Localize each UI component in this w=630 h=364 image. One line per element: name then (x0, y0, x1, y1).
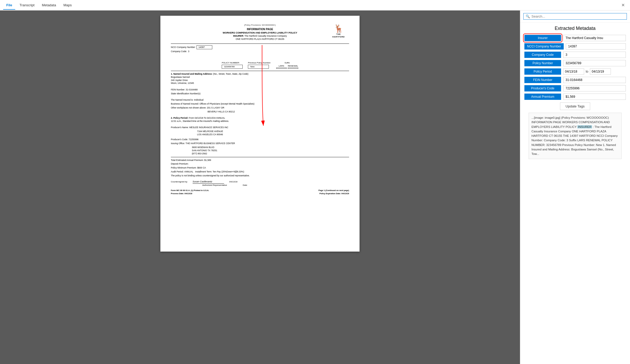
metadata-row-annual-premium: Annual Premium (524, 94, 626, 100)
fein-label: FEIN Number: (171, 88, 185, 91)
nav-file[interactable]: File (3, 1, 15, 10)
fein-value: 31-0164468 (186, 88, 198, 91)
doc-bottom-row: Form WC 00 00 01 A (1) Printed in U.S.A.… (171, 189, 349, 192)
producer-addr2: LOS ANGELES CA 90046 (197, 133, 349, 136)
company-code-button[interactable]: Company Code (524, 52, 561, 58)
named-insured-addr2: Moon, Universe, 12345 (171, 82, 349, 85)
policy-number-value: 323456789 (222, 65, 243, 69)
other-workplaces-row: Other workplaces not shown above: 201 S … (171, 106, 349, 110)
form-label: Form WC 00 00 01 A (1) Printed in U.S.A. (171, 189, 209, 192)
signature-value: Susan Castlevantz (193, 180, 224, 184)
other-workplaces-value: 201 S LASKY DR (207, 106, 224, 110)
ncci-value-box: 14397 (197, 45, 212, 50)
deposit-label: Deposit Premium: (171, 162, 189, 166)
previous-policy-label: Previous Policy Number: (248, 61, 271, 64)
divider-1 (171, 44, 349, 44)
producers-code-button[interactable]: Producer's Code (524, 85, 561, 91)
annual-premium-button[interactable]: Annual Premium (524, 94, 561, 100)
metadata-row-policy-number: Policy Number (524, 60, 626, 66)
total-premium-row: Total Estimated Annual Premium: $1,589 (171, 159, 349, 162)
insurer-header-label: INSURER: (233, 35, 244, 37)
producers-code-row: Producer's Code: 72255996 (171, 138, 349, 141)
named-insured-is-row: The Named Insured is: Individual (171, 99, 349, 102)
business-value: Offices of Physicians (except Mental Hea… (199, 102, 254, 106)
renewal-box (288, 68, 298, 69)
fein-number-button[interactable]: FEIN Number (524, 77, 561, 83)
renewal-label: RENEWAL (288, 64, 298, 67)
audit-row: Audit Period: ANNUAL Installment Term: T… (171, 170, 349, 173)
period-to-label: to (586, 70, 588, 73)
ncci-company-number-input[interactable] (566, 43, 626, 50)
document-page: 🦌 THE HARTFORD (Policy Provisions: WC000… (160, 16, 360, 252)
policy-period-from-input[interactable] (563, 68, 584, 75)
policy-num-group: POLICY NUMBER: 323456789 (222, 61, 243, 68)
annual-premium-input[interactable] (563, 94, 626, 100)
policy-number-section: POLICY NUMBER: 323456789 Previous Policy… (171, 61, 349, 68)
policy-min-value: $600 CA (197, 166, 206, 170)
fein-row: FEIN Number: 31-0164468 (171, 88, 349, 91)
other-workplaces-addr: BEVERLY HILLS CA 90212 (208, 110, 349, 113)
policy-period-from: From 04/13/18 (189, 117, 203, 119)
producer-name-label: Producer's Name: (171, 126, 189, 129)
transcript-text-after: : The Hartford Casualty Insurance Compan… (531, 125, 618, 156)
right-panel: 🔍 Extracted Metadata Insurer NCCI Compan… (520, 10, 630, 364)
search-wrapper[interactable]: 🔍 (523, 13, 627, 20)
named-insured-hint: (No., Street, Town, State, Zip Code) (213, 73, 248, 75)
audit-label: Audit Period: (171, 170, 184, 173)
insurer-address: ONE HARTFORD PLAZA HARTFORD CT 06155 (171, 38, 349, 41)
doc-title: INFORMATION PAGE (171, 28, 349, 31)
ncci-company-number-button[interactable]: NCCI Company Number (524, 43, 564, 50)
search-input[interactable] (531, 14, 624, 18)
state-id-row: State Identification Number(s): (171, 92, 349, 95)
ncci-row: NCCI Company Number: 14397 (171, 45, 349, 50)
metadata-row-insurer: Insurer (524, 35, 626, 41)
countersigned-label: Countersigned by (171, 180, 187, 183)
issuing-office-value: THE HARTFORD BUSINESS SERVICE CENTER (186, 142, 235, 145)
doc-subtitle: WORKERS COMPENSATION AND EMPLOYERS LIABI… (171, 31, 349, 35)
divider-3 (171, 157, 349, 157)
metadata-row-producers-code: Producer's Code (524, 85, 626, 91)
nav-metadata[interactable]: Metadata (39, 1, 59, 10)
policy-period-title: 2. Policy Period: (171, 117, 188, 119)
issuing-office-row: Issuing Office: THE HARTFORD BUSINESS SE… (171, 142, 349, 145)
state-id-label: State Identification Number(s): (171, 92, 201, 95)
document-viewer[interactable]: 🦌 THE HARTFORD (Policy Provisions: WC000… (0, 10, 520, 364)
policy-number-button[interactable]: Policy Number (524, 60, 561, 66)
nav-maps[interactable]: Maps (60, 1, 75, 10)
policy-period-note: 12:01 a.m., Standard time at the insured… (171, 120, 349, 123)
policy-period-to-input[interactable] (590, 68, 611, 75)
metadata-row-company-code: Company Code (524, 52, 626, 58)
lars-label: LARS (279, 64, 284, 67)
close-button[interactable]: ✕ (619, 1, 627, 9)
date-label: Date (243, 184, 247, 187)
company-code-label: Company Code: (171, 50, 187, 53)
deposit-row: Deposit Premium: (171, 162, 349, 166)
insurer-label-button[interactable]: Insurer (524, 35, 561, 41)
insurer-value-input[interactable] (563, 35, 626, 41)
policy-min-row: Policy Minimum Premium: $600 CA (171, 166, 349, 170)
company-code-input[interactable] (563, 52, 626, 58)
installment-value: Ten Pay (25%Down+9@8.33%) (213, 170, 244, 173)
company-code-value: 3 (188, 50, 189, 53)
named-insured-addr1: 240 Jupiter Drive (171, 79, 349, 82)
policy-period-button[interactable]: Policy Period (524, 68, 561, 75)
nav-transcript[interactable]: Transcript (16, 1, 37, 10)
company-code-row: Company Code: 3 (171, 50, 349, 53)
producer-name-value: MESLEE INSURANCE SERVICES INC (189, 126, 228, 129)
suffix-group: Suffix LARS RENEWAL (276, 61, 298, 68)
policy-period-to: To 04/13/19 (204, 117, 215, 119)
search-bar: 🔍 (520, 10, 630, 23)
process-date-label: Process Date: 04/13/18 (171, 192, 192, 195)
metadata-title: Extracted Metadata (524, 26, 626, 31)
policy-number-input[interactable] (563, 60, 626, 66)
update-tags-button[interactable]: Update Tags (560, 102, 590, 110)
previous-policy-value: New (248, 65, 269, 69)
policy-provisions-label: (Policy Provisions: WC0000000C) (171, 24, 349, 26)
issuing-office-label: Issuing Office: (171, 142, 185, 145)
other-workplaces-label: Other workplaces not shown above: (171, 106, 206, 110)
producers-code-input[interactable] (563, 85, 626, 91)
ncci-label: NCCI Company Number: (171, 46, 195, 49)
transcript-highlight: INSURER (577, 125, 592, 128)
named-insured-is-label: The Named Insured is: (171, 99, 193, 102)
fein-number-input[interactable] (563, 77, 626, 83)
